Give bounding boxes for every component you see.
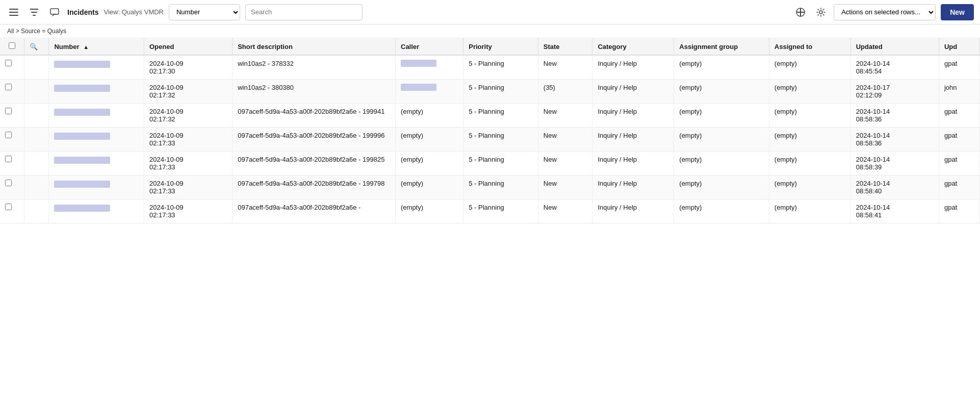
th-priority[interactable]: Priority bbox=[463, 38, 538, 55]
row-priority-cell: 5 - Planning bbox=[463, 80, 538, 104]
table-row[interactable]: INC00100052024-10-09 02:17:33097aceff-5d… bbox=[0, 128, 980, 152]
table-wrapper: 🔍 Number ▲ Opened Short description Call… bbox=[0, 38, 980, 390]
menu-icon[interactable] bbox=[6, 5, 21, 20]
incident-number-link[interactable]: INC0010006 bbox=[54, 157, 110, 164]
row-upd-user-cell: gpat bbox=[939, 104, 979, 128]
app-title: Incidents bbox=[67, 8, 98, 16]
incident-number-link[interactable]: INC0010008 bbox=[54, 205, 110, 212]
table-row[interactable]: INC00100042024-10-09 02:17:32097aceff-5d… bbox=[0, 104, 980, 128]
row-checkbox-cell bbox=[0, 152, 24, 175]
incident-number-link[interactable]: INC0010007 bbox=[54, 181, 110, 188]
row-short-description-cell: 097aceff-5d9a-4a53-a00f-202b89bf2a6e - 1… bbox=[233, 104, 396, 128]
row-checkbox-cell bbox=[0, 175, 24, 199]
row-priority-cell: 5 - Planning bbox=[463, 104, 538, 128]
table-row[interactable]: INC00100082024-10-09 02:17:33097aceff-5d… bbox=[0, 199, 980, 223]
row-opened-cell: 2024-10-09 02:17:33 bbox=[144, 175, 232, 199]
row-updated-cell: 2024-10-14 08:58:36 bbox=[850, 104, 939, 128]
th-updated[interactable]: Updated bbox=[850, 38, 939, 55]
table-row[interactable]: INC00100072024-10-09 02:17:33097aceff-5d… bbox=[0, 175, 980, 199]
search-input[interactable] bbox=[245, 4, 363, 20]
th-upd[interactable]: Upd bbox=[939, 38, 979, 55]
toolbar-left: Incidents View: Qualys VMDR Number Short… bbox=[6, 4, 788, 20]
row-category-cell: Inquiry / Help bbox=[592, 152, 674, 175]
row-checkbox[interactable] bbox=[5, 108, 12, 114]
row-number-cell: INC0010005 bbox=[49, 128, 144, 152]
row-assigned-to-cell: (empty) bbox=[769, 128, 850, 152]
incident-number-link[interactable]: INC0010002 bbox=[54, 61, 110, 68]
row-checkbox[interactable] bbox=[5, 156, 12, 162]
row-assigned-to-cell: (empty) bbox=[769, 104, 850, 128]
row-priority-cell: 5 - Planning bbox=[463, 152, 538, 175]
th-opened[interactable]: Opened bbox=[144, 38, 232, 55]
row-caller-cell: (empty) bbox=[396, 104, 463, 128]
th-checkbox bbox=[0, 38, 24, 55]
caller-blurred-value: Caller Field bbox=[401, 84, 436, 91]
row-state-cell: New bbox=[538, 55, 592, 80]
select-all-checkbox[interactable] bbox=[9, 42, 15, 49]
row-state-cell: (35) bbox=[538, 80, 592, 104]
row-caller-cell: (empty) bbox=[396, 128, 463, 152]
row-upd-user-cell: john bbox=[939, 80, 979, 104]
incident-number-link[interactable]: INC0010005 bbox=[54, 133, 110, 140]
search-header-icon: 🔍 bbox=[30, 43, 38, 51]
row-opened-cell: 2024-10-09 02:17:33 bbox=[144, 199, 232, 223]
row-assignment-group-cell: (empty) bbox=[674, 104, 769, 128]
row-state-cell: New bbox=[538, 128, 592, 152]
row-short-description-cell: win10as2 - 380380 bbox=[233, 80, 396, 104]
row-short-description-cell: 097aceff-5d9a-4a53-a00f-202b89bf2a6e - 1… bbox=[233, 152, 396, 175]
row-upd-user-cell: gpat bbox=[939, 152, 979, 175]
incident-number-link[interactable]: INC0010003 bbox=[54, 85, 110, 92]
row-updated-cell: 2024-10-14 08:58:39 bbox=[850, 152, 939, 175]
row-assigned-to-cell: (empty) bbox=[769, 175, 850, 199]
svg-rect-1 bbox=[9, 12, 18, 13]
row-caller-cell: Caller Field bbox=[396, 55, 463, 80]
th-assigned-to[interactable]: Assigned to bbox=[769, 38, 850, 55]
row-number-cell: INC0010002 bbox=[49, 55, 144, 80]
row-checkbox[interactable] bbox=[5, 204, 12, 210]
incident-number-link[interactable]: INC0010004 bbox=[54, 109, 110, 116]
row-updated-cell: 2024-10-14 08:58:40 bbox=[850, 175, 939, 199]
row-assignment-group-cell: (empty) bbox=[674, 55, 769, 80]
row-search-cell bbox=[24, 80, 49, 104]
table-row[interactable]: INC00100062024-10-09 02:17:33097aceff-5d… bbox=[0, 152, 980, 175]
table-row[interactable]: INC00100032024-10-09 02:17:32win10as2 - … bbox=[0, 80, 980, 104]
row-number-cell: INC0010003 bbox=[49, 80, 144, 104]
th-caller[interactable]: Caller bbox=[396, 38, 463, 55]
view-label: View: Qualys VMDR bbox=[104, 8, 164, 16]
row-checkbox[interactable] bbox=[5, 132, 12, 138]
row-checkbox-cell bbox=[0, 199, 24, 223]
settings-icon[interactable] bbox=[813, 5, 829, 20]
row-assignment-group-cell: (empty) bbox=[674, 128, 769, 152]
breadcrumb-text: All > Source = Qualys bbox=[7, 28, 66, 35]
svg-rect-3 bbox=[50, 9, 59, 14]
row-category-cell: Inquiry / Help bbox=[592, 80, 674, 104]
th-category[interactable]: Category bbox=[592, 38, 674, 55]
new-button[interactable]: New bbox=[941, 4, 974, 20]
row-category-cell: Inquiry / Help bbox=[592, 104, 674, 128]
row-upd-user-cell: gpat bbox=[939, 128, 979, 152]
row-state-cell: New bbox=[538, 199, 592, 223]
incidents-table: 🔍 Number ▲ Opened Short description Call… bbox=[0, 38, 980, 223]
row-assignment-group-cell: (empty) bbox=[674, 152, 769, 175]
row-opened-cell: 2024-10-09 02:17:30 bbox=[144, 55, 232, 80]
th-state[interactable]: State bbox=[538, 38, 592, 55]
svg-rect-2 bbox=[9, 15, 18, 16]
row-checkbox[interactable] bbox=[5, 84, 12, 90]
th-short-description[interactable]: Short description bbox=[233, 38, 396, 55]
th-assignment-group[interactable]: Assignment group bbox=[674, 38, 769, 55]
row-caller-cell: (empty) bbox=[396, 175, 463, 199]
row-upd-user-cell: gpat bbox=[939, 55, 979, 80]
messages-icon[interactable] bbox=[47, 5, 62, 20]
filter-icon[interactable] bbox=[27, 5, 42, 20]
row-state-cell: New bbox=[538, 104, 592, 128]
table-row[interactable]: INC00100022024-10-09 02:17:30win10as2 - … bbox=[0, 55, 980, 80]
add-icon[interactable] bbox=[793, 5, 808, 20]
row-search-cell bbox=[24, 199, 49, 223]
actions-select[interactable]: Actions on selected rows... Delete Assig… bbox=[834, 4, 936, 20]
row-checkbox[interactable] bbox=[5, 60, 12, 66]
number-select[interactable]: Number Short description Priority State bbox=[169, 4, 240, 20]
row-checkbox[interactable] bbox=[5, 180, 12, 186]
row-caller-cell: (empty) bbox=[396, 152, 463, 175]
row-state-cell: New bbox=[538, 152, 592, 175]
th-number[interactable]: Number ▲ bbox=[49, 38, 144, 55]
